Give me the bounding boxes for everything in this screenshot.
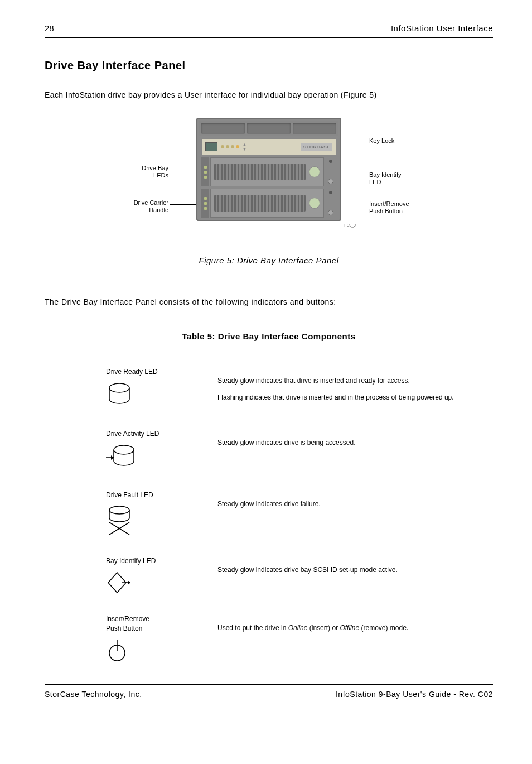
- component-name: Drive Ready LED: [106, 367, 217, 377]
- component-name: Drive Activity LED: [106, 429, 217, 439]
- callout-key-lock: Key Lock: [369, 137, 436, 145]
- component-desc: Steady glow indicates drive bay SCSI ID …: [217, 565, 460, 574]
- intro-paragraph: Each InfoStation drive bay provides a Us…: [45, 89, 493, 101]
- drive-fault-icon: [106, 504, 133, 537]
- consists-paragraph: The Drive Bay Interface Panel consists o…: [45, 297, 493, 308]
- figure-5: Drive BayLEDs Drive CarrierHandle Key Lo…: [45, 118, 493, 229]
- drive-ready-icon: [106, 381, 133, 408]
- callout-bay-identify-led: Bay IdentifyLED: [369, 171, 436, 185]
- svg-point-1: [114, 445, 134, 454]
- figure-caption: Figure 5: Drive Bay Interface Panel: [45, 254, 493, 266]
- component-row: Drive Ready LED Steady glow indicates th…: [45, 367, 493, 410]
- brand-logo: STORCASE: [301, 143, 332, 151]
- component-desc: Used to put the drive in Online (insert)…: [217, 623, 460, 632]
- component-row: Drive Fault LED Steady glow indicates dr…: [45, 491, 493, 537]
- page-number: 28: [45, 22, 54, 34]
- component-row: Bay Identify LED Steady glow indicates d…: [45, 556, 493, 595]
- figure-ref-label: IFS9_9: [343, 223, 356, 228]
- callout-label: Key Lock: [369, 137, 394, 144]
- callout-label: Insert/RemovePush Button: [369, 200, 409, 214]
- component-row: Insert/RemovePush Button Used to put the…: [45, 614, 493, 662]
- footer-right: InfoStation 9-Bay User's Guide - Rev. C0…: [336, 689, 493, 700]
- component-name: Bay Identify LED: [106, 556, 217, 566]
- footer-left: StorCase Technology, Inc.: [45, 689, 142, 700]
- component-desc: Steady glow indicates drive failure.: [217, 499, 460, 508]
- page-footer: StorCase Technology, Inc. InfoStation 9-…: [45, 684, 493, 700]
- svg-point-4: [109, 506, 129, 514]
- component-name: Drive Fault LED: [106, 491, 217, 500]
- svg-point-0: [109, 383, 129, 392]
- component-desc: Flashing indicates that drive is inserte…: [217, 393, 460, 402]
- callout-insert-remove: Insert/RemovePush Button: [369, 200, 436, 214]
- lcd-screen-icon: [205, 142, 217, 151]
- svg-marker-9: [128, 580, 130, 585]
- component-name: Insert/RemovePush Button: [106, 614, 217, 633]
- callout-label: Drive CarrierHandle: [134, 199, 168, 213]
- bay-identify-icon: [106, 570, 133, 595]
- callout-label: Bay IdentifyLED: [369, 171, 401, 185]
- component-desc: Steady glow indicates that drive is inse…: [217, 376, 460, 385]
- component-row: Drive Activity LED Steady glow indicates…: [45, 429, 493, 471]
- header-title: InfoStation User Interface: [391, 22, 493, 34]
- component-desc: Steady glow indicates drive is being acc…: [217, 438, 460, 447]
- device-illustration: ▲▼ STORCASE IFS9_9: [196, 118, 341, 221]
- callout-drive-carrier-handle: Drive CarrierHandle: [101, 199, 168, 213]
- callout-label: Drive BayLEDs: [142, 165, 168, 179]
- table-title: Table 5: Drive Bay Interface Components: [45, 330, 493, 342]
- push-button-icon: [106, 637, 128, 662]
- page-header: 28 InfoStation User Interface: [45, 22, 493, 38]
- section-heading: Drive Bay Interface Panel: [45, 57, 493, 73]
- callout-drive-bay-leds: Drive BayLEDs: [101, 165, 168, 179]
- drive-activity-icon: [106, 443, 137, 471]
